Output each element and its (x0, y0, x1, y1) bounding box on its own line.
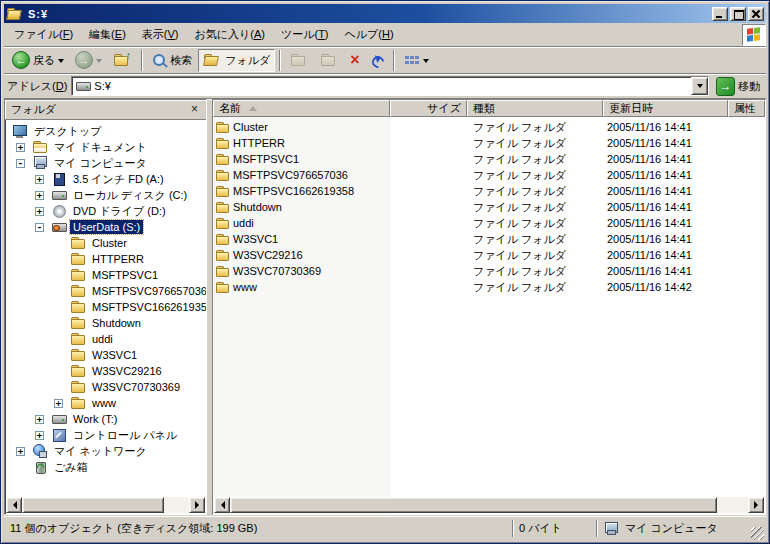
file-name-cell[interactable]: Shutdown (213, 201, 390, 214)
file-name-cell[interactable]: uddi (213, 217, 390, 230)
tree-item-label[interactable]: マイ ドキュメント (51, 139, 150, 156)
scrollbar-track[interactable] (164, 497, 189, 513)
folders-button[interactable]: フォルダ (198, 49, 275, 72)
file-row[interactable]: Shutdown ファイル フォルダ 2005/11/16 14:41 (213, 199, 765, 215)
scroll-left-button[interactable] (6, 497, 22, 513)
tree-item-label[interactable]: UserData (S:) (70, 220, 143, 234)
tree-item-label[interactable]: HTTPERR (89, 252, 147, 266)
file-row[interactable]: W3SVC29216 ファイル フォルダ 2005/11/16 14:41 (213, 247, 765, 263)
resize-grip[interactable] (751, 527, 764, 540)
tree-item[interactable]: Cluster (5, 235, 206, 251)
file-name-cell[interactable]: MSFTPSVC1 (213, 153, 390, 166)
tree-item[interactable]: - UserData (S:) (5, 219, 206, 235)
file-row[interactable]: MSFTPSVC1662619358 ファイル フォルダ 2005/11/16 … (213, 183, 765, 199)
scrollbar-thumb[interactable] (230, 497, 717, 513)
search-button[interactable]: 検索 (147, 49, 197, 72)
file-row[interactable]: HTTPERR ファイル フォルダ 2005/11/16 14:41 (213, 135, 765, 151)
tree-item-label[interactable]: W3SVC29216 (89, 364, 165, 378)
tree-item[interactable]: MSFTPSVC1 (5, 267, 206, 283)
tree-item[interactable]: Shutdown (5, 315, 206, 331)
scrollbar-track[interactable] (717, 497, 748, 513)
column-header[interactable]: 属性 (728, 100, 765, 117)
tree-expander[interactable]: - (16, 159, 25, 168)
tree-item[interactable]: + 3.5 インチ FD (A:) (5, 171, 206, 187)
tree-item[interactable]: MSFTPSVC976657036 (5, 283, 206, 299)
tree-item[interactable]: デスクトップ (5, 123, 206, 139)
tree-item-label[interactable]: ごみ箱 (51, 459, 91, 476)
file-name-cell[interactable]: W3SVC70730369 (213, 265, 390, 278)
tree-expander[interactable]: + (35, 175, 44, 184)
tree-item[interactable]: MSFTPSVC1662619358 (5, 299, 206, 315)
tree-item[interactable]: - マイ コンピュータ (5, 155, 206, 171)
tree-expander[interactable]: + (35, 431, 44, 440)
file-name-cell[interactable]: www (213, 281, 390, 294)
tree-item[interactable]: W3SVC70730369 (5, 379, 206, 395)
tree-item-label[interactable]: Shutdown (89, 316, 144, 330)
tree-item-label[interactable]: Cluster (89, 236, 130, 250)
file-row[interactable]: W3SVC1 ファイル フォルダ 2005/11/16 14:41 (213, 231, 765, 247)
scroll-right-button[interactable] (189, 497, 205, 513)
tree-item[interactable]: + ローカル ディスク (C:) (5, 187, 206, 203)
forward-button[interactable]: → (70, 49, 107, 72)
close-button[interactable] (748, 7, 764, 21)
tree-item-label[interactable]: uddi (89, 332, 116, 346)
tree-item-label[interactable]: マイ コンピュータ (51, 155, 150, 172)
forward-dropdown-icon[interactable] (96, 59, 102, 66)
back-dropdown-icon[interactable] (58, 59, 64, 66)
tree-item[interactable]: W3SVC29216 (5, 363, 206, 379)
tree-item-label[interactable]: www (89, 396, 119, 410)
up-button[interactable]: ↑ (108, 49, 137, 72)
column-header[interactable]: サイズ (390, 100, 467, 117)
move-to-button[interactable] (285, 49, 314, 72)
tree-expander[interactable]: + (16, 447, 25, 456)
tree-expander[interactable]: + (54, 399, 63, 408)
file-row[interactable]: Cluster ファイル フォルダ 2005/11/16 14:41 (213, 119, 765, 135)
back-button[interactable]: ← 戻る (7, 49, 69, 72)
tree-expander[interactable]: + (35, 207, 44, 216)
tree-item[interactable]: W3SVC1 (5, 347, 206, 363)
views-dropdown-icon[interactable] (423, 59, 429, 66)
title-bar[interactable]: S:¥ (4, 4, 766, 23)
tree-item-label[interactable]: ローカル ディスク (C:) (70, 187, 190, 204)
tree-expander[interactable]: + (35, 191, 44, 200)
tree-item-label[interactable]: 3.5 インチ FD (A:) (70, 171, 167, 188)
file-row[interactable]: MSFTPSVC976657036 ファイル フォルダ 2005/11/16 1… (213, 167, 765, 183)
menu-item[interactable]: ファイル(F) (6, 24, 81, 45)
menu-item[interactable]: 表示(V) (134, 24, 187, 45)
folders-panel-close-icon[interactable]: × (187, 102, 202, 117)
tree-item[interactable]: + コントロール パネル (5, 427, 206, 443)
file-name-cell[interactable]: Cluster (213, 121, 390, 134)
tree-item-label[interactable]: デスクトップ (31, 123, 105, 140)
tree-expander[interactable]: + (35, 415, 44, 424)
menu-item[interactable]: ヘルプ(H) (337, 24, 402, 45)
tree-item-label[interactable]: W3SVC1 (89, 348, 140, 362)
menu-item[interactable]: ツール(T) (273, 24, 337, 45)
minimize-button[interactable] (712, 7, 728, 21)
tree-item-label[interactable]: DVD ドライブ (D:) (70, 203, 169, 220)
file-name-cell[interactable]: HTTPERR (213, 137, 390, 150)
tree-item[interactable]: + Work (T:) (5, 411, 206, 427)
column-header[interactable]: 更新日時 (603, 100, 728, 117)
address-dropdown-button[interactable] (691, 77, 708, 95)
menu-item[interactable]: お気に入り(A) (186, 24, 272, 45)
tree-item[interactable]: + DVD ドライブ (D:) (5, 203, 206, 219)
undo-button[interactable] (366, 49, 389, 72)
tree-horizontal-scrollbar[interactable] (6, 497, 205, 513)
tree-expander[interactable]: - (35, 223, 44, 232)
tree-item-label[interactable]: Work (T:) (70, 412, 120, 426)
scroll-right-button[interactable] (748, 497, 764, 513)
maximize-button[interactable] (730, 7, 746, 21)
file-row[interactable]: MSFTPSVC1 ファイル フォルダ 2005/11/16 14:41 (213, 151, 765, 167)
copy-to-button[interactable] (315, 49, 344, 72)
menu-item[interactable]: 編集(E) (81, 24, 134, 45)
file-name-cell[interactable]: MSFTPSVC1662619358 (213, 185, 390, 198)
address-input[interactable] (72, 80, 691, 92)
list-horizontal-scrollbar[interactable] (214, 497, 764, 513)
file-name-cell[interactable]: MSFTPSVC976657036 (213, 169, 390, 182)
scrollbar-thumb[interactable] (22, 497, 164, 513)
column-header[interactable]: 種類 (467, 100, 603, 117)
tree-item[interactable]: HTTPERR (5, 251, 206, 267)
tree-item-label[interactable]: MSFTPSVC976657036 (89, 284, 206, 298)
tree-item-label[interactable]: マイ ネットワーク (51, 443, 150, 460)
tree-item-label[interactable]: W3SVC70730369 (89, 380, 183, 394)
